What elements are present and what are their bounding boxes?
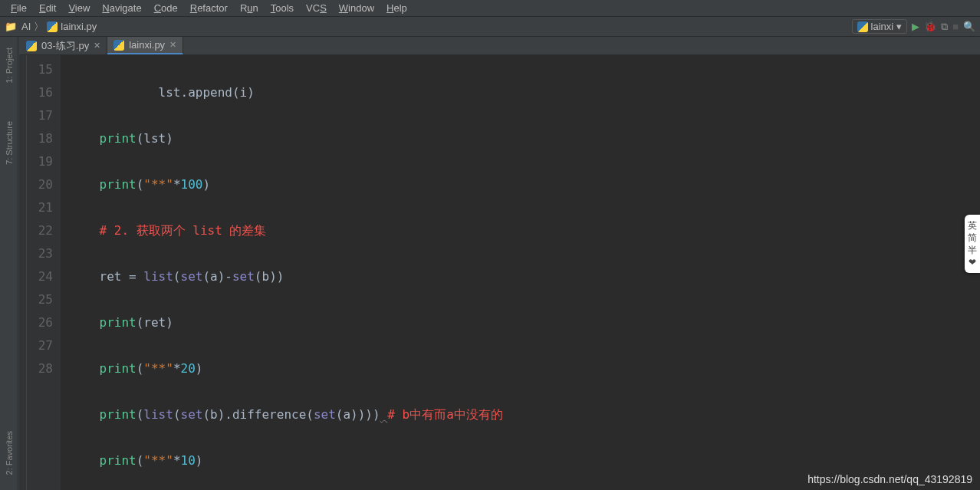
gutter-strip xyxy=(19,55,27,490)
menu-edit[interactable]: Edit xyxy=(33,1,62,15)
menu-view[interactable]: View xyxy=(62,1,96,15)
search-button[interactable]: 🔍 xyxy=(963,21,975,32)
run-coverage-button[interactable]: ⧉ xyxy=(941,21,948,33)
menu-tools[interactable]: Tools xyxy=(265,1,300,15)
line-gutter: 151617 181920 212223 242526 2728 xyxy=(27,55,61,490)
folder-icon: 📁 xyxy=(5,21,17,32)
close-icon[interactable]: ✕ xyxy=(169,40,176,50)
tab-label: lainxi.py xyxy=(129,39,165,51)
stop-button[interactable]: ■ xyxy=(952,21,959,32)
tab-03-lianxi[interactable]: 03-练习.py ✕ xyxy=(20,37,107,54)
tool-structure[interactable]: 7: Structure xyxy=(5,121,14,165)
python-icon xyxy=(857,21,868,32)
menu-window[interactable]: Window xyxy=(333,1,380,15)
tab-label: 03-练习.py xyxy=(41,39,89,53)
editor[interactable]: 151617 181920 212223 242526 2728 lst.app… xyxy=(19,55,980,490)
menu-bar: File Edit View Navigate Code Refactor Ru… xyxy=(0,0,980,17)
watermark: https://blog.csdn.net/qq_43192819 xyxy=(807,473,972,485)
menu-help[interactable]: Help xyxy=(380,1,413,15)
python-file-icon xyxy=(47,21,58,32)
menu-run[interactable]: Run xyxy=(234,1,265,15)
menu-vcs[interactable]: VCS xyxy=(300,1,333,15)
menu-code[interactable]: Code xyxy=(148,1,184,15)
breadcrumb-file[interactable]: lainxi.py xyxy=(61,21,97,32)
ime-indicator[interactable]: 英 简 半 ❤ xyxy=(965,215,980,273)
tab-lainxi[interactable]: lainxi.py ✕ xyxy=(107,37,183,54)
left-gutter: 1: Project 7: Structure 2: Favorites xyxy=(0,37,18,490)
editor-tabs: 03-练习.py ✕ lainxi.py ✕ xyxy=(20,37,980,55)
breadcrumb-folder[interactable]: AI xyxy=(21,21,31,32)
menu-file[interactable]: File xyxy=(5,1,33,15)
menu-navigate[interactable]: Navigate xyxy=(96,1,147,15)
close-icon[interactable]: ✕ xyxy=(94,41,100,51)
toolbar: 📁 AI 〉 lainxi.py lainxi ▾ ▶ 🐞 ⧉ ■ 🔍 xyxy=(0,17,980,37)
python-file-icon xyxy=(113,40,124,51)
run-config-name: lainxi xyxy=(871,21,894,32)
run-button[interactable]: ▶ xyxy=(912,21,919,32)
tool-project[interactable]: 1: Project xyxy=(5,48,14,83)
debug-button[interactable]: 🐞 xyxy=(924,21,936,32)
menu-refactor[interactable]: Refactor xyxy=(184,1,234,15)
chevron-down-icon: ▾ xyxy=(896,21,902,32)
code-area[interactable]: lst.append(i) print(lst) print("**"*100)… xyxy=(61,55,503,490)
tool-favorites[interactable]: 2: Favorites xyxy=(5,431,14,475)
run-config-selector[interactable]: lainxi ▾ xyxy=(852,19,908,34)
python-file-icon xyxy=(26,41,37,51)
